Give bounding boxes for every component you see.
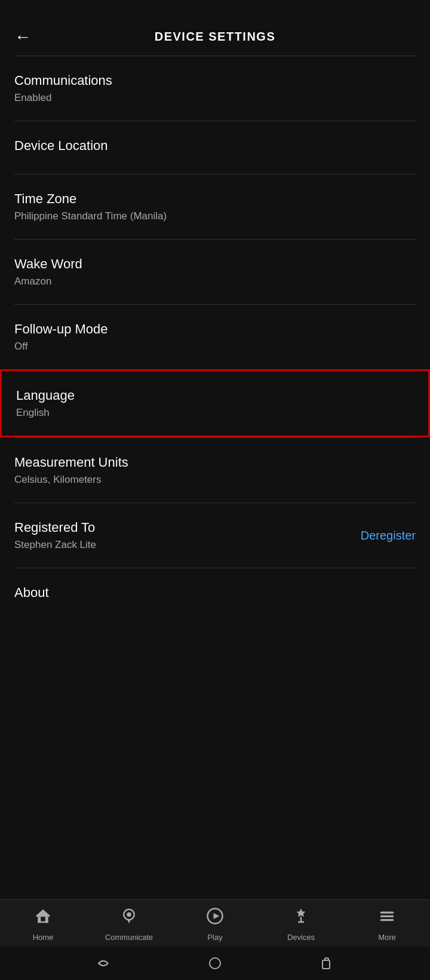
settings-item-time-zone[interactable]: Time Zone Philippine Standard Time (Mani… bbox=[0, 174, 430, 239]
about-title: About bbox=[14, 585, 416, 601]
settings-item-registered-to[interactable]: Registered To Stephen Zack Lite Deregist… bbox=[0, 503, 430, 568]
nav-item-more[interactable]: More bbox=[357, 907, 417, 942]
language-title: Language bbox=[16, 388, 414, 403]
settings-item-followup-mode[interactable]: Follow-up Mode Off bbox=[0, 305, 430, 369]
home-label: Home bbox=[33, 933, 54, 942]
nav-items-container: Home Communicate Play bbox=[0, 900, 430, 947]
nav-item-communicate[interactable]: Communicate bbox=[99, 907, 159, 942]
registered-to-title: Registered To bbox=[14, 520, 96, 535]
devices-label: Devices bbox=[287, 933, 315, 942]
svg-rect-9 bbox=[380, 912, 394, 914]
home-icon bbox=[34, 907, 52, 929]
settings-item-language[interactable]: Language English bbox=[0, 369, 430, 437]
settings-list: Communications Enabled Device Location T… bbox=[0, 56, 430, 716]
page-title: DEVICE SETTINGS bbox=[155, 30, 276, 44]
language-subtitle: English bbox=[16, 407, 414, 419]
android-back-button[interactable] bbox=[95, 955, 112, 972]
measurement-units-subtitle: Celsius, Kilometers bbox=[14, 474, 416, 486]
wake-word-subtitle: Amazon bbox=[14, 275, 416, 287]
android-home-button[interactable] bbox=[207, 955, 223, 972]
android-nav-bar bbox=[0, 947, 430, 980]
svg-rect-3 bbox=[38, 921, 48, 923]
settings-item-wake-word[interactable]: Wake Word Amazon bbox=[0, 240, 430, 304]
svg-rect-10 bbox=[380, 915, 394, 917]
communications-subtitle: Enabled bbox=[14, 92, 416, 104]
nav-item-devices[interactable]: Devices bbox=[271, 907, 331, 942]
nav-item-play[interactable]: Play bbox=[185, 907, 245, 942]
communications-title: Communications bbox=[14, 73, 416, 88]
devices-icon bbox=[292, 907, 310, 929]
svg-rect-13 bbox=[322, 960, 330, 969]
wake-word-title: Wake Word bbox=[14, 256, 416, 272]
svg-point-6 bbox=[127, 912, 131, 917]
time-zone-subtitle: Philippine Standard Time (Manila) bbox=[14, 210, 416, 222]
bottom-navigation: Home Communicate Play bbox=[0, 899, 430, 980]
svg-point-12 bbox=[210, 958, 220, 969]
measurement-units-title: Measurement Units bbox=[14, 455, 416, 470]
settings-item-communications[interactable]: Communications Enabled bbox=[0, 56, 430, 121]
android-recents-button[interactable] bbox=[318, 955, 335, 972]
settings-item-about[interactable]: About bbox=[0, 568, 430, 621]
time-zone-title: Time Zone bbox=[14, 191, 416, 207]
more-icon bbox=[378, 907, 396, 929]
registered-to-value: Stephen Zack Lite bbox=[14, 539, 96, 551]
registered-to-content: Registered To Stephen Zack Lite bbox=[14, 520, 96, 551]
page-header: ← DEVICE SETTINGS bbox=[0, 0, 430, 56]
settings-item-measurement-units[interactable]: Measurement Units Celsius, Kilometers bbox=[0, 438, 430, 503]
nav-item-home[interactable]: Home bbox=[13, 907, 73, 942]
followup-mode-subtitle: Off bbox=[14, 341, 416, 353]
more-label: More bbox=[378, 933, 396, 942]
play-label: Play bbox=[207, 933, 222, 942]
svg-marker-4 bbox=[36, 909, 51, 916]
communicate-label: Communicate bbox=[105, 933, 153, 942]
followup-mode-title: Follow-up Mode bbox=[14, 321, 416, 337]
registered-to-row: Registered To Stephen Zack Lite Deregist… bbox=[14, 520, 416, 551]
svg-marker-8 bbox=[214, 913, 220, 919]
communicate-icon bbox=[120, 907, 138, 929]
back-button[interactable]: ← bbox=[14, 27, 31, 47]
play-icon bbox=[206, 907, 224, 929]
settings-item-device-location[interactable]: Device Location bbox=[0, 121, 430, 174]
device-location-title: Device Location bbox=[14, 138, 416, 154]
svg-rect-11 bbox=[380, 919, 394, 921]
deregister-button[interactable]: Deregister bbox=[361, 529, 416, 543]
